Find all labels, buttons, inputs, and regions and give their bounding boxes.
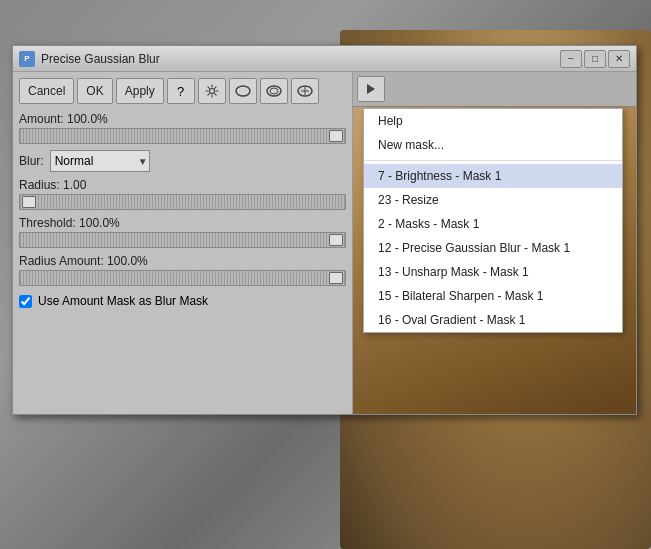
right-panel: Help New mask... 7 - Brightness - Mask 1… — [353, 72, 636, 414]
dropdown-separator-1 — [364, 160, 622, 161]
amount-control: Amount: 100.0% — [19, 112, 346, 144]
amount-slider[interactable] — [19, 128, 346, 144]
window-controls: − □ ✕ — [560, 50, 630, 68]
dropdown-item-help[interactable]: Help — [364, 109, 622, 133]
radius-amount-control: Radius Amount: 100.0% — [19, 254, 346, 286]
use-amount-mask-checkbox[interactable] — [19, 295, 32, 308]
dialog-content: Cancel OK Apply ? — [13, 72, 636, 414]
svg-point-0 — [209, 89, 214, 94]
radius-label: Radius: 1.00 — [19, 178, 346, 192]
dropdown-item-new-mask[interactable]: New mask... — [364, 133, 622, 157]
radius-control: Radius: 1.00 — [19, 178, 346, 210]
ok-button[interactable]: OK — [77, 78, 112, 104]
dropdown-item-oval-gradient[interactable]: 16 - Oval Gradient - Mask 1 — [364, 308, 622, 332]
blur-control: Blur: Normal Soft Hard Precise ▼ — [19, 150, 346, 172]
amount-label: Amount: 100.0% — [19, 112, 346, 126]
close-button[interactable]: ✕ — [608, 50, 630, 68]
dialog-window: P Precise Gaussian Blur − □ ✕ Cancel OK … — [12, 45, 637, 415]
cancel-button[interactable]: Cancel — [19, 78, 74, 104]
apply-button[interactable]: Apply — [116, 78, 164, 104]
dropdown-item-precise-gaussian[interactable]: 12 - Precise Gaussian Blur - Mask 1 — [364, 236, 622, 260]
dropdown-item-bilateral-sharpen[interactable]: 15 - Bilateral Sharpen - Mask 1 — [364, 284, 622, 308]
title-bar: P Precise Gaussian Blur − □ ✕ — [13, 46, 636, 72]
radius-amount-slider[interactable] — [19, 270, 346, 286]
blur-select-wrapper: Normal Soft Hard Precise ▼ — [50, 150, 150, 172]
dropdown-menu: Help New mask... 7 - Brightness - Mask 1… — [363, 108, 623, 333]
maximize-button[interactable]: □ — [584, 50, 606, 68]
radius-slider[interactable] — [19, 194, 346, 210]
svg-point-3 — [270, 88, 278, 94]
dialog-title: Precise Gaussian Blur — [41, 52, 560, 66]
dropdown-item-masks[interactable]: 2 - Masks - Mask 1 — [364, 212, 622, 236]
dialog-icon: P — [19, 51, 35, 67]
help-button[interactable]: ? — [167, 78, 195, 104]
blur-select[interactable]: Normal Soft Hard Precise — [50, 150, 150, 172]
dropdown-item-resize[interactable]: 23 - Resize — [364, 188, 622, 212]
blur-label: Blur: — [19, 154, 44, 168]
right-toolbar — [353, 72, 636, 107]
dropdown-item-unsharp-mask[interactable]: 13 - Unsharp Mask - Mask 1 — [364, 260, 622, 284]
threshold-control: Threshold: 100.0% — [19, 216, 346, 248]
checkbox-row: Use Amount Mask as Blur Mask — [19, 294, 346, 308]
circle-icon-3[interactable] — [291, 78, 319, 104]
threshold-slider[interactable] — [19, 232, 346, 248]
checkbox-label: Use Amount Mask as Blur Mask — [38, 294, 208, 308]
run-button[interactable] — [357, 76, 385, 102]
left-panel: Cancel OK Apply ? — [13, 72, 353, 414]
circle-icon-1[interactable] — [229, 78, 257, 104]
dropdown-item-brightness-mask[interactable]: 7 - Brightness - Mask 1 — [364, 164, 622, 188]
threshold-label: Threshold: 100.0% — [19, 216, 346, 230]
minimize-button[interactable]: − — [560, 50, 582, 68]
toolbar: Cancel OK Apply ? — [19, 78, 346, 104]
radius-amount-label: Radius Amount: 100.0% — [19, 254, 346, 268]
settings-button[interactable] — [198, 78, 226, 104]
circle-icon-2[interactable] — [260, 78, 288, 104]
svg-marker-7 — [367, 84, 375, 94]
svg-point-1 — [236, 86, 250, 96]
